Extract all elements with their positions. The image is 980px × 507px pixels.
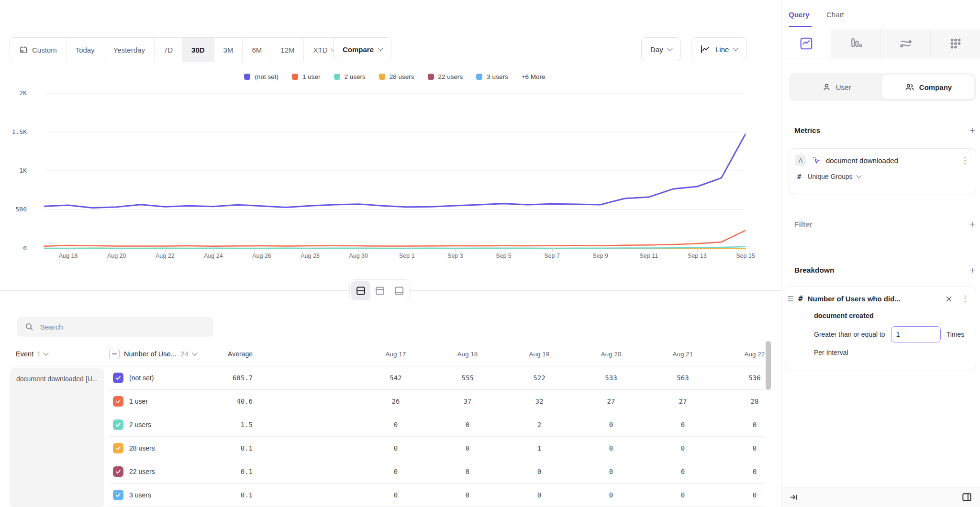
- bar-chart-icon: [849, 36, 863, 51]
- metric-kebab-icon[interactable]: ⋮: [961, 156, 969, 165]
- bottom-panel-icon: [393, 285, 405, 297]
- chart-only-button[interactable]: [370, 281, 390, 300]
- range-button-7d[interactable]: 7D: [155, 38, 182, 62]
- row-checkbox[interactable]: [113, 443, 123, 453]
- chevron-down-icon[interactable]: [192, 350, 197, 355]
- right-panel-icon[interactable]: [961, 492, 972, 503]
- row-checkbox[interactable]: [113, 490, 123, 500]
- row-value-cell: 536: [719, 374, 765, 382]
- row-value-cell: 0: [360, 491, 432, 499]
- y-axis-label: 1K: [0, 167, 27, 174]
- range-label: Yesterday: [113, 46, 145, 54]
- legend-more-label: +6 More: [522, 73, 546, 80]
- legend-item[interactable]: 28 users: [379, 73, 414, 80]
- y-axis-label: 1.5K: [0, 128, 27, 135]
- entity-company-option[interactable]: Company: [882, 75, 974, 99]
- add-metric-button[interactable]: +: [969, 125, 975, 135]
- tab-chart[interactable]: Chart: [826, 11, 844, 19]
- collapse-panel-icon[interactable]: [789, 493, 798, 502]
- date-column-header: Aug 22: [719, 351, 765, 358]
- range-label: 7D: [164, 46, 173, 54]
- split-view-button[interactable]: [351, 281, 370, 300]
- row-value-cell: 0: [647, 468, 719, 475]
- range-button-yesterday[interactable]: Yesterday: [104, 38, 155, 62]
- row-checkbox[interactable]: [113, 396, 123, 407]
- range-button-6m[interactable]: 6M: [243, 38, 271, 62]
- row-main-cell: (not set)605.7: [109, 373, 253, 383]
- x-axis-label: Aug 20: [95, 253, 138, 259]
- x-axis-label: Aug 26: [240, 253, 283, 259]
- column-divider: [261, 341, 261, 507]
- metric-card[interactable]: A document downloaded ⋮ # Unique Groups: [789, 148, 976, 194]
- breakdown-title: Breakdown: [794, 266, 835, 275]
- legend-item[interactable]: (not set): [244, 73, 278, 80]
- range-button-3m[interactable]: 3M: [214, 38, 243, 62]
- flow-chart-tab[interactable]: [881, 29, 931, 58]
- search-input[interactable]: [39, 322, 206, 331]
- range-label: 6M: [252, 46, 262, 54]
- range-button-custom[interactable]: Custom: [10, 38, 67, 62]
- legend-label: 2 users: [345, 73, 366, 80]
- add-filter-button[interactable]: +: [969, 219, 975, 229]
- legend-item[interactable]: 22 users: [428, 73, 463, 80]
- row-checkbox[interactable]: [113, 373, 123, 383]
- legend-item[interactable]: 3 users: [476, 73, 508, 80]
- segmentation-chart-tab[interactable]: [781, 29, 831, 58]
- row-checkbox[interactable]: [113, 466, 123, 477]
- user-icon: [822, 83, 831, 92]
- granularity-dropdown[interactable]: Day: [641, 37, 681, 61]
- y-axis-label: 2K: [0, 89, 27, 97]
- x-axis-tick: [68, 248, 69, 252]
- add-breakdown-button[interactable]: +: [969, 265, 975, 275]
- table-only-button[interactable]: [390, 281, 409, 300]
- entity-user-option[interactable]: User: [791, 75, 882, 99]
- bar-chart-tab[interactable]: [831, 29, 881, 58]
- legend-swatch: [379, 74, 385, 80]
- row-value-cell: 0: [432, 491, 503, 499]
- table-row: 2 users1.5002000: [109, 413, 765, 437]
- table-row: 3 users0.1000000: [109, 484, 765, 507]
- range-label: Custom: [32, 46, 57, 54]
- x-axis-label: Sep 9: [579, 253, 622, 259]
- row-value-cell: 555: [432, 374, 503, 382]
- row-value-cell: 0: [647, 421, 719, 429]
- breakdown-hash-icon: #: [798, 294, 803, 303]
- range-button-12m[interactable]: 12M: [271, 38, 304, 62]
- drag-handle-icon[interactable]: [788, 296, 793, 301]
- chart-type-dropdown[interactable]: Line: [691, 37, 746, 61]
- table-row: 28 users0.1001000: [109, 437, 765, 460]
- search-box: [17, 317, 213, 337]
- range-label: 3M: [223, 46, 234, 54]
- line-chart: Aug 18Aug 20Aug 22Aug 24Aug 26Aug 28Aug …: [44, 90, 746, 267]
- x-axis-tick: [165, 248, 166, 252]
- y-axis-labels: 05001K1.5K2K: [0, 90, 35, 253]
- tab-query[interactable]: Query: [789, 11, 809, 19]
- grid-chart-tab[interactable]: [931, 29, 980, 58]
- legend-more[interactable]: +6 More: [522, 73, 546, 80]
- range-button-today[interactable]: Today: [67, 38, 104, 62]
- split-view-icon: [355, 285, 367, 297]
- event-cell[interactable]: document downloaded [U...: [10, 368, 104, 507]
- select-all-checkbox[interactable]: [109, 349, 120, 359]
- x-axis-label: Aug 30: [337, 253, 380, 259]
- range-button-30d[interactable]: 30D: [182, 38, 214, 62]
- x-axis-label: Sep 3: [434, 253, 477, 259]
- legend-item[interactable]: 1 user: [292, 73, 321, 80]
- compare-button[interactable]: Compare: [334, 37, 391, 61]
- event-column-header[interactable]: Event 1: [16, 342, 48, 366]
- breakdown-per-label: Per Interval: [785, 342, 976, 356]
- table-scrollbar[interactable]: [766, 341, 771, 390]
- breakdown-value-input[interactable]: [891, 326, 941, 342]
- company-icon: [905, 83, 914, 92]
- row-value-cell: 0: [360, 444, 432, 452]
- legend-label: 22 users: [438, 73, 463, 80]
- metric-count: 24: [181, 350, 189, 358]
- row-checkbox[interactable]: [113, 419, 123, 430]
- row-value-cell: 0: [575, 421, 647, 429]
- calendar-icon: [19, 45, 28, 54]
- row-value-cell: 2: [503, 421, 575, 429]
- measure-dropdown[interactable]: Unique Groups: [807, 173, 860, 180]
- close-icon[interactable]: [946, 296, 952, 302]
- breakdown-kebab-icon[interactable]: ⋮: [961, 295, 969, 303]
- legend-item[interactable]: 2 users: [334, 73, 366, 80]
